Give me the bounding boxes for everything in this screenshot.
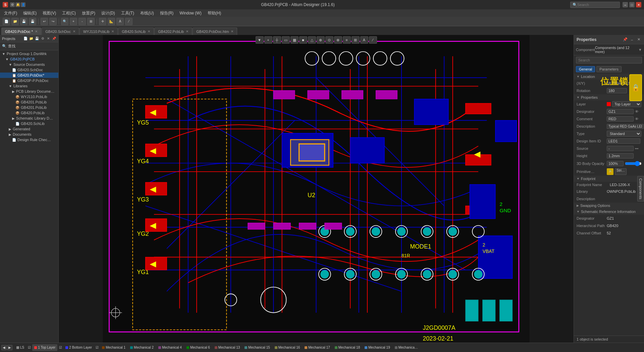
layer-select[interactable]: Top Layer Bottom Layer xyxy=(612,101,641,107)
tab-pcbdoc-htm-close[interactable]: ✕ xyxy=(231,30,233,33)
proj-open-icon[interactable]: 📁 xyxy=(29,36,34,41)
tab-schlib-close[interactable]: ✕ xyxy=(148,30,150,33)
proj-new-icon[interactable]: 📄 xyxy=(23,36,28,41)
layer-mech15[interactable]: Mechanical 15 xyxy=(243,344,272,351)
tool-zoom-in[interactable]: + xyxy=(70,18,77,25)
layer-ls[interactable]: LS xyxy=(14,344,26,351)
tree-item-project-group[interactable]: ▼ Project Group 1.DsnWrk xyxy=(0,51,58,56)
tab-schdoc-close[interactable]: ✕ xyxy=(73,30,75,33)
menu-window[interactable]: Window (W) xyxy=(177,10,204,16)
design-item-id-input[interactable] xyxy=(607,138,640,144)
tree-item-wyj110[interactable]: 📦 WYJ110.PcbLib xyxy=(0,94,58,99)
tab-wyj110-close[interactable]: ✕ xyxy=(111,30,114,33)
canvas-tool-5[interactable]: ■ xyxy=(299,36,307,44)
source-input[interactable] xyxy=(607,146,634,151)
comment-eye-icon[interactable]: 👁 xyxy=(635,117,639,121)
tool-open[interactable]: 📁 xyxy=(11,18,19,25)
tool-line[interactable]: ∕ xyxy=(125,18,132,25)
tool-zoom-out[interactable]: - xyxy=(78,18,86,25)
section-swapping[interactable]: ▶ Swapping Options xyxy=(574,203,644,209)
minimize-button[interactable]: – xyxy=(623,2,628,7)
components-side-tab[interactable]: Components xyxy=(637,176,644,202)
designator-input[interactable] xyxy=(607,109,634,114)
layer-more[interactable]: Mechanica… xyxy=(393,344,420,351)
opacity-input[interactable] xyxy=(607,161,624,166)
type-select[interactable]: Standard xyxy=(607,131,641,137)
canvas-filter-icon[interactable]: ▼ xyxy=(256,36,264,44)
tool-new[interactable]: 📄 xyxy=(3,18,10,25)
menu-route[interactable]: 布线(U) xyxy=(138,10,157,17)
menu-view[interactable]: 视图(V) xyxy=(40,10,59,17)
canvas-tool-12[interactable]: A xyxy=(360,36,368,44)
tab-gb4202-close[interactable]: ✕ xyxy=(186,30,189,33)
tree-item-design-rule[interactable]: 📄 Design Rule Chec… xyxy=(0,137,58,142)
tab-wyj110[interactable]: WYJ110.PcbLib ✕ xyxy=(79,28,118,35)
tree-item-gb420p[interactable]: 📋 GB420P-P.PcbDoc xyxy=(0,78,58,83)
tool-undo[interactable]: ↩ xyxy=(41,18,48,25)
tab-general[interactable]: General xyxy=(576,66,595,72)
tree-item-documents[interactable]: ▶ Documents xyxy=(0,132,58,137)
canvas-tool-13[interactable]: ∕ xyxy=(369,36,377,44)
tree-item-schlib-docs[interactable]: ▶ Schematic Library D… xyxy=(0,116,58,121)
menu-report[interactable]: 报告(R) xyxy=(157,10,176,17)
canvas-tool-10[interactable]: ≡ xyxy=(343,36,351,44)
layer-checkbox-1[interactable]: ☑ xyxy=(27,345,32,350)
layer-checkbox-2[interactable]: ☑ xyxy=(58,345,63,350)
tab-schdoc[interactable]: GB420.SchDoc ✕ xyxy=(42,28,79,35)
layer-bottom[interactable]: 2 Bottom Layer xyxy=(63,344,94,351)
layer-mech19[interactable]: Mechanical 19 xyxy=(363,344,392,351)
menu-project[interactable]: 工程(C) xyxy=(59,10,78,17)
title-search-input[interactable] xyxy=(577,3,618,7)
pcb-canvas-area[interactable]: ▼ + ┼ ▭ ▦ ■ △ ⊕ ⊙ ⊗ ≡ ⊞ A ∕ 1 xyxy=(59,35,574,343)
tree-item-gb4201[interactable]: 📦 GB4201.PcbLib xyxy=(0,99,58,105)
canvas-tool-4[interactable]: ▦ xyxy=(290,36,299,44)
designator-eye-icon[interactable]: 👁 xyxy=(635,109,639,114)
layer-checkbox-3[interactable]: ☑ xyxy=(95,345,99,350)
prop-pin-icon[interactable]: 📌 xyxy=(623,37,628,42)
tool-measure[interactable]: 📐 xyxy=(108,18,115,25)
source-dots[interactable]: ••• xyxy=(635,147,639,150)
tree-item-source-docs[interactable]: ▼ Source Documents xyxy=(0,62,58,67)
menu-place[interactable]: 放置(P) xyxy=(79,10,98,17)
tree-item-generated[interactable]: ▶ Generated xyxy=(0,126,58,132)
layer-mech2[interactable]: Mechanical 2 xyxy=(128,344,156,351)
tab-pcbdoc-htm[interactable]: GB420.PcbDoc.htm ✕ xyxy=(193,28,237,35)
canvas-tool-8[interactable]: ⊙ xyxy=(325,36,333,44)
menu-help[interactable]: 帮助(H) xyxy=(205,10,224,17)
maximize-button[interactable]: □ xyxy=(629,2,635,7)
tab-parameters[interactable]: Parameters xyxy=(596,66,622,72)
section-footprint[interactable]: ▼ Footprint xyxy=(574,176,644,182)
canvas-tool-7[interactable]: ⊕ xyxy=(317,36,325,44)
layer-top[interactable]: 1 Top Layer xyxy=(32,344,57,351)
primitives-lock-button[interactable]: 🔒 xyxy=(607,168,613,175)
title-search-box[interactable]: 🔍 xyxy=(570,2,620,8)
tree-item-pcbdoc-active[interactable]: 📋 GB420.PcbDoc* xyxy=(0,73,58,78)
tree-item-gb420-pcblib[interactable]: 📦 GB420.PcbLib xyxy=(0,110,58,116)
description-input[interactable] xyxy=(607,124,644,129)
comment-input[interactable] xyxy=(607,116,634,122)
projects-search-input[interactable] xyxy=(8,44,56,48)
tree-item-schdoc[interactable]: 📄 GB420.SchDoc xyxy=(0,67,58,73)
tab-pcbdoc-close[interactable]: ✕ xyxy=(35,30,38,33)
layer-nav-next[interactable]: ▶ xyxy=(7,345,12,350)
menu-tools[interactable]: 工具(T) xyxy=(118,10,137,17)
tool-save-all[interactable]: 💾 xyxy=(29,18,36,25)
layer-mech17[interactable]: Mechanical 17 xyxy=(303,344,332,351)
canvas-tool-2[interactable]: ┼ xyxy=(273,36,281,44)
tree-item-libraries[interactable]: ▼ Libraries xyxy=(0,83,58,89)
layer-mech18[interactable]: Mechanical 18 xyxy=(333,344,362,351)
tool-zoom[interactable]: 🔍 xyxy=(61,18,68,25)
tree-item-pcblib-docs[interactable]: ▶ PCB Library Docume… xyxy=(0,89,58,94)
tool-redo[interactable]: ↪ xyxy=(49,18,57,25)
string-button[interactable]: Stri… xyxy=(615,168,627,175)
tab-schlib[interactable]: GB420.SchLib ✕ xyxy=(118,28,154,35)
proj-close-icon[interactable]: ✕ xyxy=(46,36,51,41)
prop-minimize-icon[interactable]: – xyxy=(629,37,635,42)
layer-mech6[interactable]: Mechanical 6 xyxy=(184,344,212,351)
canvas-tool-3[interactable]: ▭ xyxy=(282,36,290,44)
proj-pin-icon[interactable]: 📌 xyxy=(52,36,56,41)
rotation-input[interactable] xyxy=(607,88,627,93)
filter-icon[interactable]: ▼ xyxy=(638,48,642,52)
tool-save[interactable]: 💾 xyxy=(20,18,28,25)
layer-mech13[interactable]: Mechanical 13 xyxy=(213,344,242,351)
